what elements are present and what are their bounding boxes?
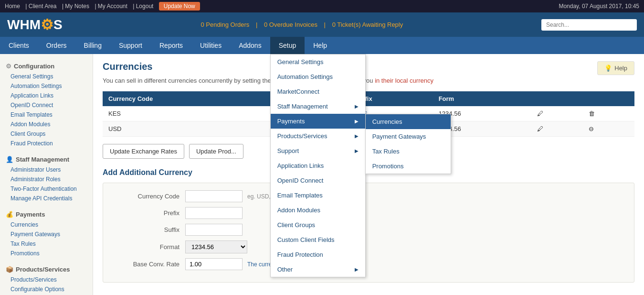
sidebar-fraud-protection[interactable]: Fraud Protection xyxy=(0,139,93,148)
my-account-link[interactable]: My Account xyxy=(98,3,127,10)
format-select[interactable]: 1234.56 1,234.56 1.234,56 xyxy=(185,240,247,253)
dd-openid-connect[interactable]: OpenID Connect xyxy=(271,173,365,188)
my-notes-link[interactable]: My Notes xyxy=(65,3,89,10)
sidebar-api-credentials[interactable]: Manage API Credentials xyxy=(0,194,93,203)
dd-email-templates[interactable]: Email Templates xyxy=(271,188,365,203)
nav-clients[interactable]: Clients xyxy=(0,37,38,54)
dd-products-services[interactable]: Products/Services ▶ xyxy=(271,129,365,143)
kes-code: KES xyxy=(103,106,265,121)
nav-addons[interactable]: Addons xyxy=(230,37,270,54)
dd-general-settings[interactable]: General Settings xyxy=(271,55,365,69)
sidebar-general-settings[interactable]: General Settings xyxy=(0,72,93,81)
search-container xyxy=(541,19,637,31)
currency-code-row: Currency Code eg. USD, GBP, etc... xyxy=(113,190,624,202)
page-title: Currencies xyxy=(103,61,634,72)
suffix-row: Suffix xyxy=(113,224,624,236)
sidebar-email-templates[interactable]: Email Templates xyxy=(0,110,93,120)
top-links: Home | Client Area | My Notes | My Accou… xyxy=(5,2,200,11)
sidebar: ⚙ Configuration General Settings Automat… xyxy=(0,54,93,295)
dd-client-groups[interactable]: Client Groups xyxy=(271,218,365,232)
dd-promotions[interactable]: Promotions xyxy=(366,159,451,174)
nav-help[interactable]: Help xyxy=(305,37,336,54)
dd-payment-gateways[interactable]: Payment Gateways xyxy=(366,129,451,144)
dd-other[interactable]: Other ▶ xyxy=(271,262,365,277)
sidebar-products-services[interactable]: Products/Services xyxy=(0,275,93,284)
sidebar-section-payments: 💰 Payments xyxy=(0,207,93,220)
add-currency-form: Currency Code eg. USD, GBP, etc... Prefi… xyxy=(103,183,634,283)
dd-currencies[interactable]: Currencies xyxy=(366,114,451,129)
dd-addon-modules[interactable]: Addon Modules xyxy=(271,203,365,218)
overdue-invoices: 0 Overdue Invoices xyxy=(264,21,317,28)
config-title: Configuration xyxy=(14,63,54,70)
dd-tax-rules[interactable]: Tax Rules xyxy=(366,144,451,159)
logo: WHM⚙S xyxy=(7,16,63,33)
sidebar-openid-connect[interactable]: OpenID Connect xyxy=(0,100,93,110)
sidebar-promotions[interactable]: Promotions xyxy=(0,249,93,258)
products-icon: 📦 xyxy=(6,266,13,273)
page-description: You can sell in different currencies con… xyxy=(103,77,634,84)
kes-delete-icon[interactable]: 🗑 xyxy=(583,106,634,121)
tickets-awaiting: 0 Ticket(s) Awaiting Reply xyxy=(332,21,403,28)
dd-automation-settings[interactable]: Automation Settings xyxy=(271,69,365,84)
setup-dropdown: General Settings Automation Settings Mar… xyxy=(270,54,366,277)
update-exchange-rates-button[interactable]: Update Exchange Rates xyxy=(103,144,184,159)
sidebar-section-products: 📦 Products/Services xyxy=(0,262,93,275)
nav-setup[interactable]: Setup General Settings Automation Settin… xyxy=(270,37,305,54)
logo-text-after: S xyxy=(53,17,63,33)
help-button[interactable]: 💡 Help xyxy=(597,61,634,75)
sidebar-tax-rules[interactable]: Tax Rules xyxy=(0,239,93,249)
search-input[interactable] xyxy=(541,19,637,31)
dd-application-links[interactable]: Application Links xyxy=(271,158,365,173)
suffix-label: Suffix xyxy=(113,226,179,233)
prefix-input[interactable] xyxy=(185,207,243,219)
sidebar-payment-gateways[interactable]: Payment Gateways xyxy=(0,229,93,239)
update-now-button[interactable]: Update Now xyxy=(159,2,200,11)
sidebar-addon-modules[interactable]: Addon Modules xyxy=(0,120,93,129)
suffix-input[interactable] xyxy=(185,224,243,236)
dd-payments[interactable]: Payments ▶ Currencies Payment Gateways T… xyxy=(271,114,365,129)
usd-code: USD xyxy=(103,121,265,137)
update-prod-button[interactable]: Update Prod... xyxy=(189,144,243,159)
pending-orders: 0 Pending Orders xyxy=(201,21,249,28)
products-title: Products/Services xyxy=(16,266,70,273)
logout-link[interactable]: Logout xyxy=(136,3,154,10)
payments-icon: 💰 xyxy=(6,211,13,218)
sidebar-client-groups[interactable]: Client Groups xyxy=(0,129,93,139)
sidebar-two-factor[interactable]: Two-Factor Authentication xyxy=(0,184,93,194)
client-area-link[interactable]: Client Area xyxy=(29,3,57,10)
home-link[interactable]: Home xyxy=(5,3,20,10)
sidebar-admin-roles[interactable]: Administrator Roles xyxy=(0,175,93,184)
usd-edit-icon[interactable]: 🖊 xyxy=(531,121,583,137)
config-icon: ⚙ xyxy=(6,63,11,70)
logo-gear-icon: ⚙ xyxy=(41,16,53,33)
sidebar-automation-settings[interactable]: Automation Settings xyxy=(0,81,93,91)
dd-support[interactable]: Support ▶ xyxy=(271,143,365,158)
nav-utilities[interactable]: Utilities xyxy=(191,37,230,54)
col-actions xyxy=(531,91,583,106)
currency-code-input[interactable] xyxy=(185,190,243,202)
header: WHM⚙S 0 Pending Orders | 0 Overdue Invoi… xyxy=(0,12,644,37)
dd-fraud-protection[interactable]: Fraud Protection xyxy=(271,247,365,262)
nav-support[interactable]: Support xyxy=(110,37,151,54)
main-nav: Clients Orders Billing Support Reports U… xyxy=(0,37,644,54)
dd-marketconnect[interactable]: MarketConnect xyxy=(271,84,365,99)
prefix-row: Prefix xyxy=(113,207,624,219)
nav-billing[interactable]: Billing xyxy=(75,37,110,54)
nav-orders[interactable]: Orders xyxy=(38,37,75,54)
sidebar-application-links[interactable]: Application Links xyxy=(0,91,93,100)
usd-delete-icon[interactable]: ⊖ xyxy=(583,121,634,137)
sidebar-currencies[interactable]: Currencies xyxy=(0,220,93,229)
sidebar-configurable-options[interactable]: Configurable Options xyxy=(0,284,93,294)
description-highlight: in their local currency xyxy=(375,77,433,84)
sidebar-admin-users[interactable]: Administrator Users xyxy=(0,165,93,175)
col-currency-code: Currency Code xyxy=(103,91,265,106)
base-rate-input[interactable] xyxy=(185,258,243,270)
kes-edit-icon[interactable]: 🖊 xyxy=(531,106,583,121)
nav-reports[interactable]: Reports xyxy=(151,37,191,54)
dd-staff-management[interactable]: Staff Management ▶ xyxy=(271,99,365,114)
help-bulb-icon: 💡 xyxy=(604,65,612,72)
format-label: Format xyxy=(113,243,179,251)
dd-custom-client-fields[interactable]: Custom Client Fields xyxy=(271,232,365,247)
prefix-label: Prefix xyxy=(113,209,179,217)
header-stats: 0 Pending Orders | 0 Overdue Invoices | … xyxy=(63,21,541,28)
